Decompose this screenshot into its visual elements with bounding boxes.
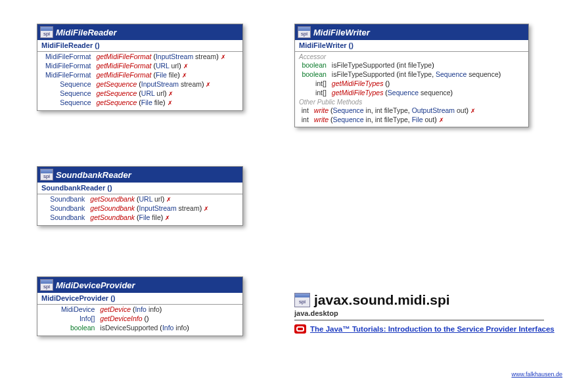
spi-icon: spi [294,293,310,307]
constructor: MidiFileReader () [37,40,242,52]
method-signature: getMidiFileTypes () [329,79,528,88]
method-signature: isDeviceSupported (Info info) [97,323,242,332]
class-box-soundbankreader: spi SoundbankReader SoundbankReader () S… [37,166,243,226]
method-row: int[]getMidiFileTypes (Sequence sequence… [295,88,528,97]
method-row: SequencegetSequence (InputStream stream)… [37,79,242,89]
class-box-midifilereader: spi MidiFileReader MidiFileReader () Mid… [37,24,243,111]
return-type: Sequence [37,98,94,107]
return-type: int [295,115,311,124]
return-type: Sequence [37,79,94,89]
spi-icon: spi [40,279,53,291]
spi-icon: spi [298,26,311,38]
method-signature: getMidiFileFormat (URL url) ✗ [94,61,243,70]
return-type: boolean [295,60,329,70]
method-signature: getMidiFileFormat (InputStream stream) ✗ [94,52,243,61]
method-signature: isFileTypeSupported (int fileType, Seque… [329,70,528,79]
method-row: booleanisFileTypeSupported (int fileType… [295,60,528,70]
method-row: MidiFileFormatgetMidiFileFormat (InputSt… [37,52,242,61]
method-row: intwrite (Sequence in, int fileType, Fil… [295,115,528,124]
package-link-row: The Java™ Tutorials: Introduction to the… [294,324,555,334]
return-type: MidiFileFormat [37,70,94,79]
divider [294,320,544,320]
method-signature: getDeviceInfo () [97,314,242,323]
section-label: Accessor [295,52,528,60]
method-row: Info[]getDeviceInfo () [37,314,242,323]
credit-link[interactable]: www.falkhausen.de [511,371,562,378]
method-row: MidiFileFormatgetMidiFileFormat (File fi… [37,70,242,79]
return-type: MidiFileFormat [37,52,94,61]
method-row: MidiFileFormatgetMidiFileFormat (URL url… [37,61,242,70]
package-title-row: spi javax.sound.midi.spi [294,292,555,308]
package-module: java.desktop [294,309,555,317]
method-row: MidiDevicegetDevice (Info info) [37,305,242,314]
method-row: intwrite (Sequence in, int fileType, Out… [295,106,528,115]
method-row: booleanisFileTypeSupported (int fileType… [295,70,528,79]
method-signature: write (Sequence in, int fileType, File o… [311,115,528,124]
method-table: intwrite (Sequence in, int fileType, Out… [295,106,528,124]
method-signature: getSequence (URL url) ✗ [94,89,243,98]
method-table: MidiFileFormatgetMidiFileFormat (InputSt… [37,52,242,110]
method-signature: getDevice (Info info) [97,305,242,314]
class-body: MidiFileReader () MidiFileFormatgetMidiF… [37,40,242,110]
method-table: MidiDevicegetDevice (Info info)Info[]get… [37,305,242,336]
method-table: booleanisFileTypeSupported (int fileType… [295,60,528,97]
class-body: MidiDeviceProvider () MidiDevicegetDevic… [37,293,242,336]
class-header: spi MidiFileWriter [295,24,528,40]
package-block: spi javax.sound.midi.spi java.desktop Th… [294,292,555,334]
method-signature: getSoundbank (URL url) ✗ [87,194,242,204]
method-row: SoundbankgetSoundbank (File file) ✗ [37,213,242,222]
return-type: int[] [295,79,329,88]
constructor: MidiFileWriter () [295,40,528,52]
class-title: MidiFileWriter [313,28,370,37]
return-type: Soundbank [37,194,87,204]
spi-icon: spi [40,169,53,181]
spi-icon: spi [40,26,53,38]
class-header: spi SoundbankReader [37,167,242,183]
class-header: spi MidiDeviceProvider [37,277,242,293]
constructor: MidiDeviceProvider () [37,293,242,305]
method-signature: write (Sequence in, int fileType, Output… [311,106,528,115]
oracle-icon [294,324,306,334]
method-signature: getSequence (File file) ✗ [94,98,243,107]
return-type: MidiDevice [37,305,97,314]
method-signature: isFileTypeSupported (int fileType) [329,60,528,70]
method-table: SoundbankgetSoundbank (URL url) ✗Soundba… [37,194,242,225]
class-header: spi MidiFileReader [37,24,242,40]
package-title: javax.sound.midi.spi [314,292,450,308]
tutorial-link[interactable]: The Java™ Tutorials: Introduction to the… [310,325,555,333]
section-label: Other Public Methods [295,97,528,106]
class-title: MidiFileReader [56,28,116,37]
method-row: int[]getMidiFileTypes () [295,79,528,88]
return-type: int [295,106,311,115]
method-row: SequencegetSequence (File file) ✗ [37,98,242,107]
class-body: MidiFileWriter () AccessorbooleanisFileT… [295,40,528,127]
return-type: Soundbank [37,204,87,213]
class-body: SoundbankReader () SoundbankgetSoundbank… [37,183,242,225]
class-title: MidiDeviceProvider [56,280,135,290]
method-row: SequencegetSequence (URL url) ✗ [37,89,242,98]
return-type: Info[] [37,314,97,323]
return-type: MidiFileFormat [37,61,94,70]
return-type: Sequence [37,89,94,98]
return-type: boolean [295,70,329,79]
method-signature: getSequence (InputStream stream) ✗ [94,79,243,89]
method-row: SoundbankgetSoundbank (InputStream strea… [37,204,242,213]
return-type: boolean [37,323,97,332]
method-row: SoundbankgetSoundbank (URL url) ✗ [37,194,242,204]
method-signature: getMidiFileTypes (Sequence sequence) [329,88,528,97]
class-title: SoundbankReader [56,170,131,180]
constructor: SoundbankReader () [37,183,242,194]
class-box-midifilewriter: spi MidiFileWriter MidiFileWriter () Acc… [294,24,529,127]
return-type: Soundbank [37,213,87,222]
method-row: booleanisDeviceSupported (Info info) [37,323,242,332]
class-box-mididevicesprovider: spi MidiDeviceProvider MidiDeviceProvide… [37,276,243,336]
method-signature: getSoundbank (InputStream stream) ✗ [87,204,242,213]
return-type: int[] [295,88,329,97]
method-signature: getMidiFileFormat (File file) ✗ [94,70,243,79]
method-signature: getSoundbank (File file) ✗ [87,213,242,222]
